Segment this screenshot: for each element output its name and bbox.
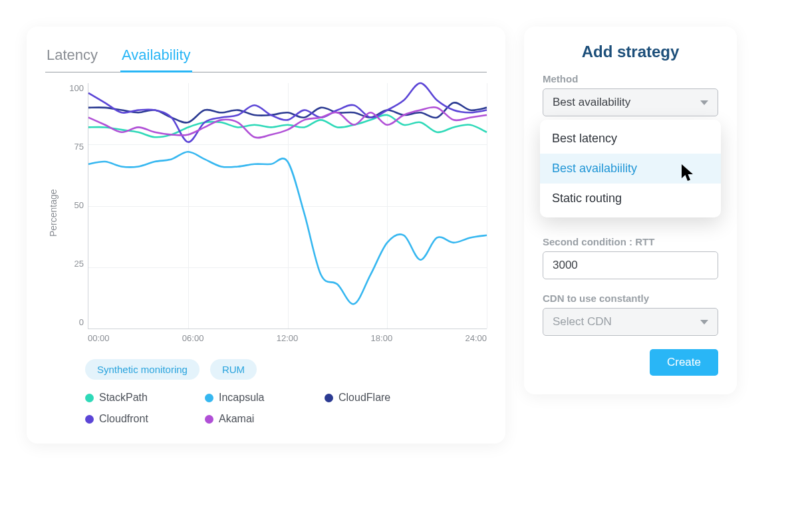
legend-swatch	[85, 415, 94, 424]
monitoring-pills: Synthetic monitoring RUM	[85, 359, 487, 380]
legend-swatch	[205, 394, 213, 402]
y-tick: 25	[61, 259, 84, 269]
legend-label: Incapsula	[219, 392, 265, 404]
pill-synthetic[interactable]: Synthetic monitoring	[85, 359, 200, 380]
x-tick: 24:00	[465, 333, 487, 343]
second-condition-field: Second condition : RTT	[543, 236, 718, 279]
legend-label: Cloudfront	[99, 413, 148, 425]
cursor-icon	[681, 164, 696, 182]
chart-area: Percentage 100 75 50 25 0 00:00 06:00 12…	[45, 83, 487, 343]
plot-wrap: 100 75 50 25 0 00:00 06:00 12:00 18:00 2…	[61, 83, 487, 343]
method-select-value: Best availability	[553, 96, 630, 109]
x-ticks: 00:00 06:00 12:00 18:00 24:00	[88, 333, 487, 343]
legend-label: StackPath	[99, 392, 148, 404]
legend-item[interactable]: CloudFlare	[325, 392, 411, 404]
legend: StackPathIncapsulaCloudFlareCloudfrontAk…	[85, 392, 458, 425]
pill-rum[interactable]: RUM	[210, 359, 257, 380]
create-button[interactable]: Create	[650, 349, 718, 376]
y-tick: 100	[61, 83, 84, 93]
y-tick: 0	[61, 317, 84, 327]
tab-latency[interactable]: Latency	[45, 43, 99, 72]
chart-card: Latency Availability Percentage 100 75 5…	[27, 27, 505, 444]
panel-title: Add strategy	[543, 43, 718, 61]
legend-label: CloudFlare	[338, 392, 390, 404]
legend-swatch	[205, 415, 213, 424]
x-tick: 06:00	[182, 333, 204, 343]
legend-item[interactable]: StackPath	[85, 392, 172, 404]
second-condition-input[interactable]	[543, 251, 718, 279]
cdn-field: CDN to use constantly Select CDN	[543, 293, 718, 336]
series-line	[88, 115, 487, 137]
tab-availability[interactable]: Availability	[120, 43, 192, 72]
line-plot	[88, 83, 487, 329]
y-ticks: 100 75 50 25 0	[61, 83, 84, 327]
method-select[interactable]: Best availability	[543, 88, 718, 116]
legend-item[interactable]: Cloudfront	[85, 413, 172, 425]
cdn-select[interactable]: Select CDN	[543, 308, 718, 336]
method-field: Method Best availability	[543, 73, 718, 116]
cdn-select-placeholder: Select CDN	[553, 315, 612, 329]
chevron-down-icon	[700, 100, 708, 105]
y-tick: 50	[61, 200, 84, 210]
legend-swatch	[85, 394, 94, 402]
x-tick: 12:00	[277, 333, 299, 343]
chevron-down-icon	[700, 320, 708, 325]
second-condition-label: Second condition : RTT	[543, 236, 718, 247]
method-option[interactable]: Static routing	[540, 184, 721, 213]
x-tick: 00:00	[88, 333, 110, 343]
add-strategy-panel: Add strategy Method Best availability Be…	[524, 27, 737, 394]
legend-swatch	[325, 394, 333, 402]
cdn-label: CDN to use constantly	[543, 293, 718, 304]
y-tick: 75	[61, 142, 84, 152]
legend-item[interactable]: Akamai	[205, 413, 291, 425]
tabs: Latency Availability	[45, 43, 487, 72]
series-line	[88, 152, 487, 304]
method-option[interactable]: Best latency	[540, 124, 721, 154]
x-tick: 18:00	[371, 333, 393, 343]
method-label: Method	[543, 73, 718, 84]
y-axis-label: Percentage	[45, 83, 61, 343]
legend-item[interactable]: Incapsula	[205, 392, 291, 404]
legend-label: Akamai	[219, 413, 254, 425]
